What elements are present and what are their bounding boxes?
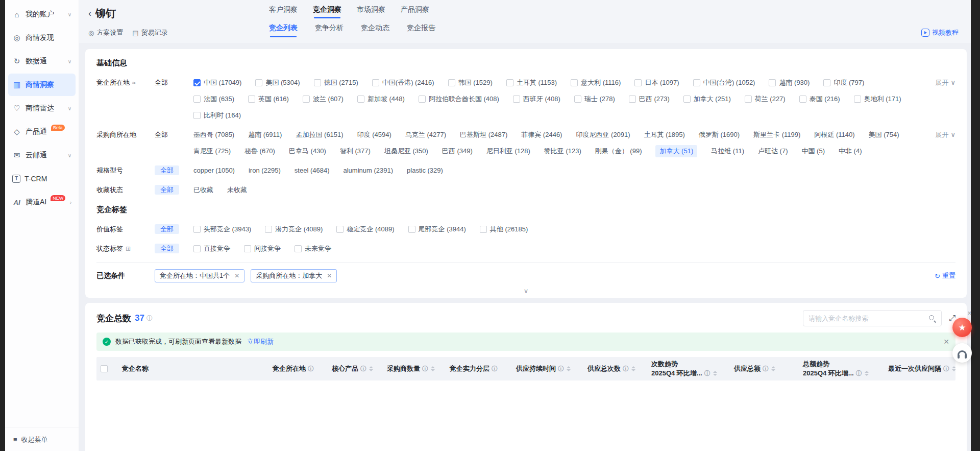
buyer-location-option[interactable]: 巴拿马 (430) [289,145,326,157]
search-icon[interactable] [928,315,936,322]
buyer-location-option[interactable]: 越南 (6911) [248,129,282,141]
competitor-location-option[interactable]: 印度 (797) [823,77,864,89]
chip-close-icon[interactable]: ✕ [327,272,332,279]
buyer-location-option[interactable]: 菲律宾 (2446) [521,129,562,141]
buyer-location-option[interactable]: 智利 (377) [340,145,371,157]
info-icon[interactable]: ⓘ [763,365,769,373]
main-tab[interactable]: 市场洞察 [357,5,385,18]
sort-icon[interactable] [865,371,869,376]
info-icon[interactable]: ⓘ [492,365,498,373]
sidebar-item-account[interactable]: ⌂我的账户∨ [8,3,76,26]
sort-icon[interactable] [952,366,955,371]
buyer-location-option[interactable]: 坦桑尼亚 (350) [384,145,428,157]
competitor-location-option[interactable]: 意大利 (1116) [571,77,621,89]
checkbox[interactable] [769,79,776,86]
competitor-location-option[interactable]: 新加坡 (448) [357,93,405,105]
sort-icon[interactable] [631,366,635,371]
column-header-location[interactable]: 竞企所在地ⓘ [268,357,328,381]
buyer-location-option[interactable]: 尼日利亚 (128) [486,145,530,157]
column-header-duration[interactable]: 供应持续时间ⓘ [512,357,583,381]
checkbox[interactable] [745,96,752,103]
info-icon[interactable]: ⓘ [623,365,629,373]
checkbox[interactable] [513,96,520,103]
filter-all-option[interactable]: 全部 [155,184,193,196]
competitor-location-option[interactable]: 奥地利 (171) [854,93,901,105]
checkbox[interactable] [683,96,691,103]
column-header-core[interactable]: 核心产品ⓘ [328,357,383,381]
filter-all-option[interactable]: 全部 [155,129,193,141]
checkbox[interactable] [357,96,364,103]
spec-option[interactable]: plastic (329) [407,164,443,177]
sidebar-item-discovery[interactable]: ◎商情发现 [8,27,76,49]
buyer-location-option[interactable]: 秘鲁 (670) [244,145,275,157]
competitor-location-option[interactable]: 越南 (930) [769,77,810,89]
column-header-amount_trend[interactable]: 总额趋势2025Q4 环比增...ⓘ [799,357,884,381]
value-tag-option[interactable]: 稳定竞企 (4089) [336,223,394,235]
status-tag-option[interactable]: 未来竞争 [295,243,331,255]
buyer-location-option[interactable]: 乌克兰 (4277) [405,129,446,141]
buyer-location-option[interactable]: 赞比亚 (123) [544,145,581,157]
sort-icon[interactable] [369,366,373,371]
refresh-now-link[interactable]: 立即刷新 [247,337,274,346]
filter-all-option[interactable]: 全部 [155,223,193,235]
checkbox[interactable] [193,112,201,119]
value-tag-option[interactable]: 其他 (26185) [480,223,528,235]
competitor-location-option[interactable]: 土耳其 (1153) [506,77,557,89]
buyer-location-option[interactable]: 美国 (754) [869,129,899,141]
checkbox[interactable] [314,79,321,86]
sort-icon[interactable] [771,366,775,371]
column-header-name[interactable]: 竞企名称 [118,357,268,381]
sort-icon[interactable] [431,366,435,371]
checkbox[interactable] [193,96,201,103]
filter-all-option[interactable]: 全部 [155,164,193,177]
competitor-location-option[interactable]: 中国(香港) (2416) [372,77,434,89]
competitor-location-option[interactable]: 泰国 (216) [799,93,840,105]
sidebar-item-radar[interactable]: ♡商情雷达∨ [8,97,76,120]
buyer-location-option[interactable]: 斯里兰卡 (1199) [753,129,800,141]
competitor-location-option[interactable]: 日本 (1097) [634,77,679,89]
checkbox[interactable] [799,96,806,103]
reset-button[interactable]: ↻重置 [935,271,955,280]
checkbox[interactable] [419,96,426,103]
sidebar-item-tengdao-ai[interactable]: AI腾道AINEW› [8,191,76,213]
buyer-location-option[interactable]: 刚果（金） (99) [595,145,642,157]
buyer-location-option[interactable]: 卢旺达 (7) [758,145,788,157]
checkbox[interactable] [634,79,642,86]
column-header-supplies[interactable]: 供应总次数ⓘ [583,357,647,381]
chip-close-icon[interactable]: ✕ [234,272,239,279]
buyer-location-option[interactable]: 中国 (5) [801,145,825,157]
checkbox[interactable] [854,96,861,103]
sub-tab[interactable]: 竞企报告 [407,23,435,37]
checkbox[interactable] [574,96,581,103]
competitor-location-option[interactable]: 英国 (616) [248,93,289,105]
main-tab[interactable]: 客户洞察 [269,5,298,18]
back-icon[interactable]: ‹ [88,9,91,18]
expand-button[interactable]: 展开∨ [935,129,955,141]
info-icon[interactable]: ⓘ [558,365,564,373]
competitor-location-option[interactable]: 加拿大 (251) [683,93,731,105]
favorite-option[interactable]: 已收藏 [193,184,213,196]
buyer-location-option[interactable]: 巴西 (349) [442,145,473,157]
checkbox[interactable] [372,79,379,86]
info-icon[interactable]: ⓘ [422,365,428,373]
filter-all-option[interactable]: 全部 [155,77,193,89]
checkbox[interactable] [193,245,201,252]
checkbox[interactable] [480,226,487,233]
value-tag-option[interactable]: 尾部竞企 (3944) [408,223,466,235]
spec-option[interactable]: iron (2295) [249,164,281,177]
checkbox[interactable] [506,79,513,86]
checkbox[interactable] [571,79,578,86]
spec-option[interactable]: steel (4684) [295,164,330,177]
competitor-location-option[interactable]: 阿拉伯联合酋长国 (408) [419,93,499,105]
column-header-interval[interactable]: 最近一次供应间隔ⓘ [884,357,955,381]
column-header-amount[interactable]: 供应总额ⓘ [730,357,799,381]
column-header-count_trend[interactable]: 次数趋势2025Q4 环比增...ⓘ [647,357,730,381]
buyer-location-option[interactable]: 孟加拉国 (6151) [296,129,343,141]
column-header-tier[interactable]: 竞企实力分层ⓘ [446,357,512,381]
buyer-location-option[interactable]: 印度 (4594) [357,129,391,141]
favorite-option[interactable]: 未收藏 [227,184,247,196]
buyer-location-option[interactable]: 中非 (4) [839,145,862,157]
buyer-location-option[interactable]: 加拿大 (51) [655,145,697,157]
expand-button[interactable]: 展开∨ [935,77,955,89]
main-tab[interactable]: 竞企洞察 [313,5,341,18]
